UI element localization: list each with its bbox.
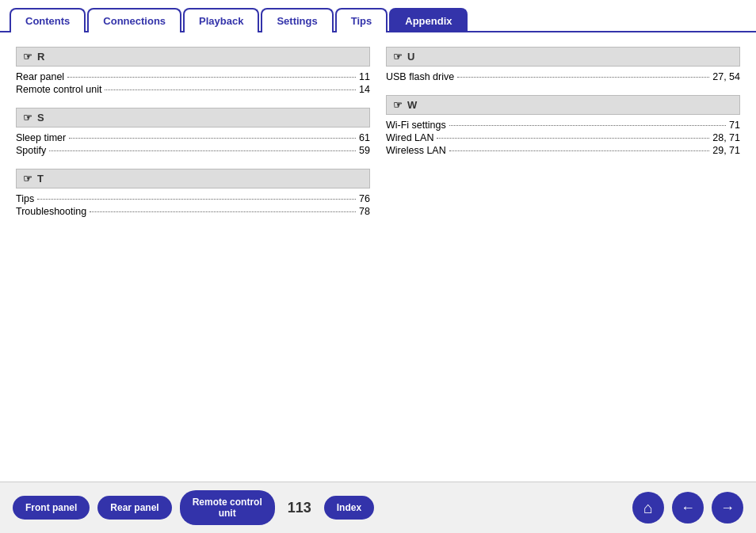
- entry-dots: [49, 150, 356, 151]
- entry-page: 14: [359, 84, 370, 95]
- index-entry: Wired LAN28, 71: [386, 132, 740, 143]
- section-header-S: ☞S: [16, 108, 370, 128]
- entry-page: 27, 54: [712, 71, 740, 82]
- index-entry: Troubleshooting78: [16, 206, 370, 217]
- main-content: ☞RRear panel11Remote control unit14☞SSle…: [0, 32, 756, 244]
- section-icon-T: ☞: [23, 173, 32, 185]
- entry-page: 61: [359, 132, 370, 143]
- entry-label: Troubleshooting: [16, 206, 86, 217]
- section-header-U: ☞U: [386, 47, 740, 67]
- entry-dots: [67, 77, 356, 78]
- index-button[interactable]: Index: [324, 496, 374, 520]
- entry-page: 29, 71: [712, 145, 740, 156]
- section-letter-S: S: [37, 112, 44, 124]
- page-number: 113: [288, 500, 311, 516]
- entry-label: Rear panel: [16, 71, 64, 82]
- entry-page: 78: [359, 206, 370, 217]
- tab-connections[interactable]: Connections: [87, 8, 181, 32]
- section-icon-W: ☞: [393, 99, 403, 111]
- front-panel-button[interactable]: Front panel: [13, 496, 90, 520]
- entry-dots: [457, 77, 709, 78]
- entry-label: USB flash drive: [386, 71, 454, 82]
- section-letter-T: T: [37, 173, 44, 185]
- section-header-W: ☞W: [386, 95, 740, 115]
- entry-dots: [37, 199, 356, 200]
- entry-dots: [449, 125, 726, 126]
- tab-playback[interactable]: Playback: [183, 8, 259, 32]
- entry-page: 59: [359, 145, 370, 156]
- index-entry: Rear panel11: [16, 71, 370, 82]
- forward-button[interactable]: →: [712, 492, 743, 523]
- index-entry: Wireless LAN29, 71: [386, 145, 740, 156]
- section-W: ☞WWi-Fi settings71Wired LAN28, 71Wireles…: [386, 95, 740, 156]
- section-letter-W: W: [407, 99, 417, 111]
- section-letter-U: U: [407, 51, 414, 63]
- left-column: ☞RRear panel11Remote control unit14☞SSle…: [16, 47, 370, 230]
- entry-label: Wireless LAN: [386, 145, 446, 156]
- index-entry: Spotify59: [16, 145, 370, 156]
- entry-page: 71: [729, 120, 740, 131]
- tab-appendix[interactable]: Appendix: [389, 8, 468, 32]
- index-entry: Remote control unit14: [16, 84, 370, 95]
- entry-label: Wired LAN: [386, 132, 433, 143]
- rear-panel-button[interactable]: Rear panel: [97, 496, 171, 520]
- entry-page: 28, 71: [712, 132, 740, 143]
- back-button[interactable]: ←: [672, 492, 704, 523]
- entry-dots: [69, 138, 356, 139]
- entry-page: 11: [359, 71, 370, 82]
- entry-dots: [449, 150, 710, 151]
- home-button[interactable]: ⌂: [632, 492, 664, 523]
- section-letter-R: R: [37, 51, 44, 63]
- entry-dots: [105, 89, 356, 90]
- entry-label: Sleep timer: [16, 132, 66, 143]
- section-icon-R: ☞: [23, 51, 32, 63]
- section-icon-S: ☞: [23, 112, 32, 124]
- entry-label: Remote control unit: [16, 84, 101, 95]
- tab-tips[interactable]: Tips: [335, 8, 388, 32]
- entry-label: Spotify: [16, 145, 46, 156]
- bottom-bar: Front panel Rear panel Remote control un…: [0, 482, 756, 533]
- tab-contents[interactable]: Contents: [10, 8, 86, 32]
- tab-settings[interactable]: Settings: [261, 8, 333, 32]
- entry-label: Tips: [16, 193, 34, 204]
- index-entry: Sleep timer61: [16, 132, 370, 143]
- section-header-T: ☞T: [16, 169, 370, 188]
- section-icon-U: ☞: [393, 51, 403, 63]
- section-U: ☞UUSB flash drive27, 54: [386, 47, 740, 82]
- index-entry: USB flash drive27, 54: [386, 71, 740, 82]
- entry-label: Wi-Fi settings: [386, 120, 446, 131]
- section-R: ☞RRear panel11Remote control unit14: [16, 47, 370, 95]
- entry-dots: [90, 211, 356, 212]
- index-entry: Tips76: [16, 193, 370, 204]
- section-T: ☞TTips76Troubleshooting78: [16, 169, 370, 217]
- remote-control-button[interactable]: Remote control unit: [180, 490, 275, 526]
- right-column: ☞UUSB flash drive27, 54☞WWi-Fi settings7…: [386, 47, 740, 230]
- nav-tabs: ContentsConnectionsPlaybackSettingsTipsA…: [0, 0, 756, 32]
- entry-dots: [437, 138, 709, 139]
- index-entry: Wi-Fi settings71: [386, 120, 740, 131]
- entry-page: 76: [359, 193, 370, 204]
- section-header-R: ☞R: [16, 47, 370, 67]
- section-S: ☞SSleep timer61Spotify59: [16, 108, 370, 156]
